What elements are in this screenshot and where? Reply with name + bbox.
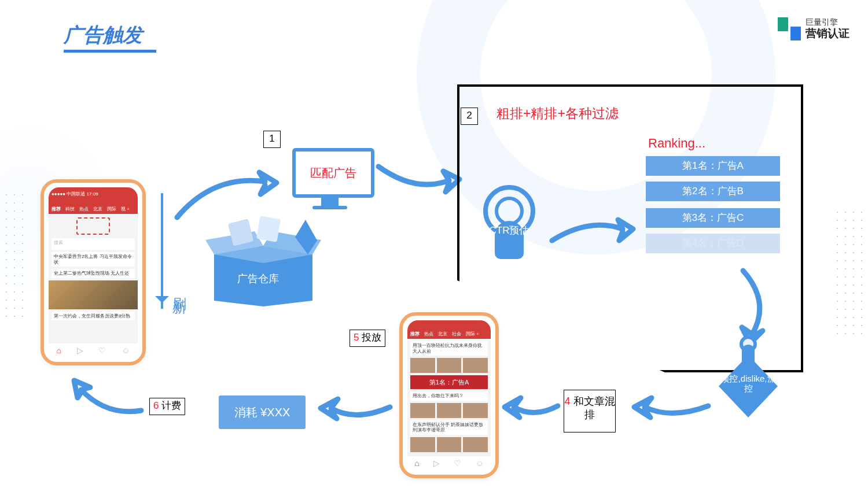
monitor-icon: 匹配广告 (292, 148, 367, 206)
refresh-label: 刷新 (170, 286, 189, 291)
step6-label: 计费 (161, 400, 181, 411)
mix-block: 4 和文章混排 (564, 390, 616, 432)
logo-text: 巨量引擎 营销认证 (806, 17, 849, 40)
ctr-block: CTR预估 (475, 185, 544, 260)
arrow-icon (375, 158, 462, 199)
phone1-search: 搜索 (52, 238, 135, 250)
logo-line2: 营销认证 (806, 27, 849, 40)
step5-label: 投放 (362, 332, 381, 343)
phone-mock-left: ●●●●● 中国联通 17:09 推荐 科技 热点 北京 国际 视 + 搜索 中… (41, 179, 146, 365)
logo-mark-icon (778, 17, 801, 40)
phone1-story: 第一次约会，女生回服务员说要8分熟 (52, 312, 135, 321)
bg-dots-left (0, 191, 29, 318)
phone-mock-right: 推荐 热点 北京 社会 国际 + 用顶一百块轻松抗力战未来身你犹天人从前 第1名… (399, 312, 499, 478)
phone1-image (49, 280, 138, 309)
phone2-story: 用出去，你敢住下来吗？ (410, 391, 488, 401)
arrow-icon (68, 378, 145, 420)
phone2-story: 在东声明郁认分手 奶茶妹妹话要放到演布李谐哥原 (410, 420, 488, 435)
phone1-story: 中央军委晋升2名上将 习近平颁发命令状 (52, 252, 135, 267)
svg-rect-1 (256, 216, 281, 242)
phone2-tabs: 推荐 热点 北京 社会 国际 + (407, 328, 491, 339)
phone1-status: ●●●●● 中国联通 17:09 (49, 187, 138, 204)
step1-num: 1 (263, 131, 281, 148)
rank-item: 第3名：广告C (646, 208, 780, 228)
step1-label: 匹配广告 (310, 165, 356, 181)
arrow-icon (631, 393, 712, 422)
filter-label: 频控,dislike,流控 (719, 374, 778, 394)
rank-item: 第4名：广告D (646, 234, 780, 253)
ad-slot-placeholder (76, 217, 110, 235)
page-title: 广告触发 (64, 22, 142, 49)
heart-icon: ♡ (98, 346, 106, 355)
phone2-nav: ⌂ ▷ ♡ ☺ (407, 456, 491, 470)
phone2-story: 用顶一百块轻松抗力战未来身你犹天人从前 (410, 341, 488, 356)
user-icon: ☺ (122, 346, 130, 355)
video-icon: ▷ (77, 346, 83, 355)
step6-box: 6 计费 (149, 398, 185, 415)
home-icon: ⌂ (414, 459, 419, 468)
step2-num: 2 (461, 108, 478, 125)
phone1-nav: ⌂ ▷ ♡ ☺ (49, 343, 138, 357)
phone1-tabs: 推荐 科技 热点 北京 国际 视 + (49, 204, 138, 214)
logo-line1: 巨量引擎 (806, 17, 838, 27)
bg-dots-right (833, 208, 868, 335)
arrow-icon (317, 393, 393, 426)
rank-item: 第1名：广告A (646, 156, 780, 176)
ctr-label: CTR预估 (475, 225, 544, 236)
warehouse-label: 广告仓库 (237, 272, 279, 286)
consume-block: 消耗 ¥XXX (219, 395, 306, 429)
title-underline (64, 50, 156, 53)
ranking-title: Ranking... (648, 136, 705, 151)
step6-num: 6 (153, 400, 159, 411)
arrow-icon (501, 393, 561, 422)
step4-num: 4 (564, 395, 570, 407)
step5-num: 5 (354, 332, 359, 343)
phone1-story: 史上第二惨热气球坠毁现场 无人生还 (52, 269, 135, 278)
step5-box: 5 投放 (350, 330, 385, 347)
ad-warehouse-icon (203, 214, 324, 306)
refresh-arrow-icon (161, 193, 163, 309)
brand-logo: 巨量引擎 营销认证 (778, 17, 849, 40)
filter-block: 频控,dislike,流控 (719, 355, 778, 417)
home-icon: ⌂ (56, 346, 61, 355)
rank-item: 第2名：广告B (646, 182, 780, 201)
step2-label: 粗排+精排+各种过滤 (496, 105, 624, 123)
phone2-ad-banner: 第1名：广告A (410, 375, 488, 389)
step4-label: 和文章混排 (573, 395, 615, 420)
